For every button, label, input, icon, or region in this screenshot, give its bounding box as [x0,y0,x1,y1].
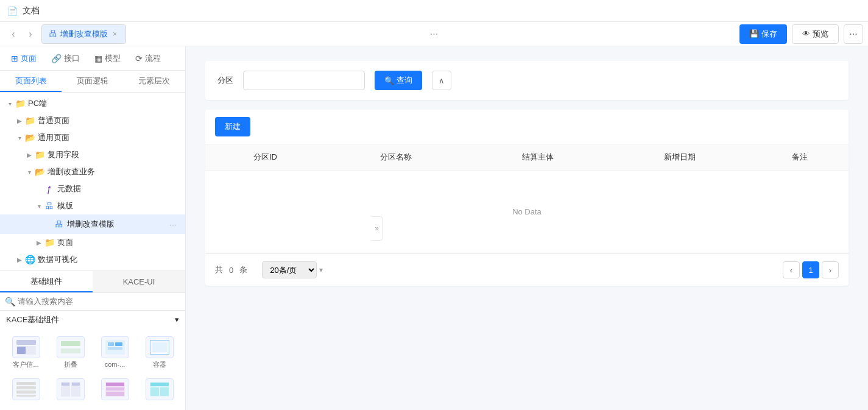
sidebar-collapse-btn[interactable]: » [372,216,383,241]
save-icon: 💾 [749,29,759,38]
sidebar-nav-flow[interactable]: ⟳ 流程 [129,49,167,68]
tree-item-crud-biz[interactable]: ▾ 📂 增删改查业务 [0,163,185,180]
tree-label-pc: PC端 [28,98,180,109]
comp-section-header[interactable]: KACE基础组件 ▾ [0,311,185,329]
pc-folder-icon: 📁 [15,98,26,109]
search-label: 分区 [217,75,233,86]
tree-arrow-common: ▾ [15,133,24,143]
active-tab[interactable]: 品 增删改查模版 × [41,24,126,44]
tab-label: 增删改查模版 [60,29,108,40]
comp-item-com[interactable]: com-... [95,334,135,371]
tree-label-template-folder: 模版 [57,200,180,211]
sidebar-nav-api[interactable]: 🔗 接口 [45,49,86,68]
page-current-button[interactable]: 1 [802,261,819,278]
normal-page-icon: 📁 [24,115,35,126]
svg-rect-11 [152,342,167,352]
svg-rect-3 [61,341,80,346]
page-size-chevron-icon: ▾ [319,266,323,274]
more-options-button[interactable]: ··· [844,24,863,44]
crud-template-icon: 品 [54,219,65,230]
page-prev-button[interactable]: ‹ [783,261,800,278]
svg-rect-27 [160,387,169,396]
page-next-button[interactable]: › [822,261,839,278]
comp-item-collapse[interactable]: 折叠 [51,334,90,371]
api-nav-label: 接口 [64,53,80,64]
title-icon: 📄 [7,6,18,16]
comp-icon-container [146,336,174,358]
subtab-page-logic[interactable]: 页面逻辑 [62,71,123,92]
tree-item-template-folder[interactable]: ▾ 品 模版 [0,197,185,214]
svg-rect-13 [16,386,36,389]
svg-rect-12 [16,382,36,385]
search-input[interactable] [243,71,365,90]
tree-item-dataviz[interactable]: ▶ 🌐 数据可视化 [0,251,185,268]
tree-item-pc[interactable]: ▾ 📁 PC端 [0,95,185,112]
tree-arrow-crud-biz: ▾ [24,167,34,177]
comp-item-5[interactable] [6,376,46,405]
col-header-partition-id: 分区ID [205,144,325,171]
template-folder-icon: 品 [44,200,55,211]
tree-label-crud-biz: 增删改查业务 [48,166,180,177]
comp-icon-collapse [57,336,85,358]
tree-item-crud-template[interactable]: ▶ 品 增删改查模版 ··· [0,214,185,234]
svg-rect-23 [106,392,124,396]
tab-close-icon[interactable]: × [111,29,118,40]
tree-more-crud[interactable]: ··· [166,217,180,232]
collapse-search-button[interactable]: ∧ [432,71,451,90]
tree-item-common-page[interactable]: ▾ 📂 通用页面 [0,129,185,146]
page-size-select[interactable]: 20条/页 10条/页 50条/页 100条/页 [262,261,317,278]
tree-arrow-pc: ▾ [5,99,15,108]
comp-section-label: KACE基础组件 [6,314,59,325]
svg-rect-9 [115,342,122,346]
page-total-prefix: 共 [215,264,223,275]
query-label: 查询 [397,75,412,86]
comp-label-customer: 客户信... [13,361,38,369]
col-header-remark: 备注 [750,144,849,171]
svg-rect-8 [108,347,122,350]
comp-search-input[interactable] [18,297,180,306]
subtab-page-list[interactable]: 页面列表 [0,71,62,92]
comp-icon-5 [12,378,40,400]
comp-item-8[interactable] [139,376,179,405]
save-button[interactable]: 💾 保存 [739,24,787,44]
tree-item-reuse-field[interactable]: ▶ 📁 复用字段 [0,146,185,163]
comp-label-com: com-... [105,361,125,369]
comp-item-6[interactable] [51,376,90,405]
comp-item-container[interactable]: 容器 [139,334,179,371]
tree-item-normal-page[interactable]: ▶ 📁 普通页面 [0,112,185,129]
tab-icon: 品 [49,29,57,39]
collapse-search-icon: ∧ [439,76,445,85]
save-label: 保存 [761,29,777,40]
tree-item-metadata[interactable]: ▶ ƒ 元数据 [0,180,185,197]
new-button[interactable]: 新建 [215,117,250,136]
tree-label-page-folder: 页面 [57,237,180,248]
col-header-date: 新增日期 [609,144,750,171]
query-button[interactable]: 🔍 查询 [375,71,422,90]
common-page-icon: 📂 [24,132,35,143]
tab-nav-prev[interactable]: ‹ [5,26,22,43]
tree-label-dataviz: 数据可视化 [38,254,180,265]
svg-rect-4 [61,348,80,353]
tree-label-normal: 普通页面 [38,115,180,126]
svg-rect-25 [150,383,169,386]
tree-label-common: 通用页面 [38,132,180,143]
tab-more-btn[interactable]: ··· [426,26,443,43]
comp-tab-basic[interactable]: 基础组件 [0,271,93,292]
page-total-count: 0 [229,266,233,275]
preview-button[interactable]: 👁 预览 [792,24,839,44]
comp-tab-kace-ui[interactable]: KACE-UI [93,271,185,292]
subtab-element-layers[interactable]: 元素层次 [124,71,185,92]
tab-nav-next[interactable]: › [22,26,39,43]
page-total-suffix: 条 [239,264,247,275]
svg-rect-15 [16,395,36,397]
svg-rect-0 [16,340,36,345]
tree-label-metadata: 元数据 [57,183,180,194]
no-data-text: No Data [205,171,849,253]
title-text: 文档 [23,5,40,16]
comp-search-icon: 🔍 [5,297,15,306]
comp-item-customer[interactable]: 客户信... [6,334,46,371]
tree-item-page-folder[interactable]: ▶ 📁 页面 [0,234,185,251]
sidebar-nav-model[interactable]: ▦ 模型 [88,49,127,68]
sidebar-nav-page[interactable]: ⊞ 页面 [5,49,43,68]
comp-item-7[interactable] [95,376,135,405]
